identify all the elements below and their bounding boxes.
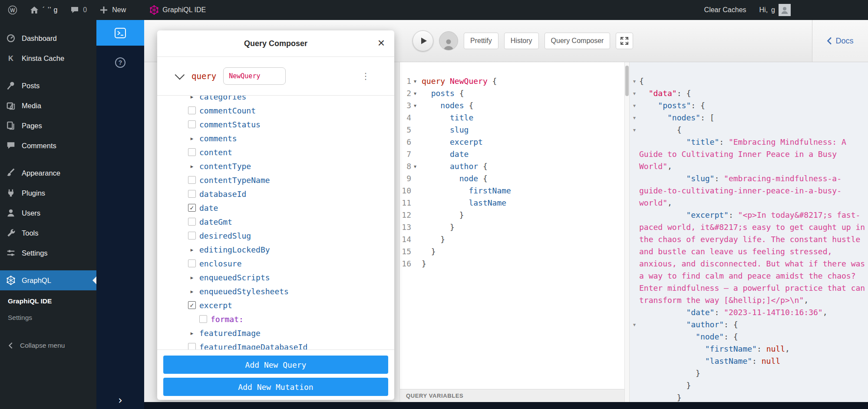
wordpress-menu[interactable]: W	[8, 5, 17, 15]
fold-arrow-icon[interactable]: ▾	[411, 87, 419, 100]
checkbox-box	[188, 106, 196, 114]
field-row-excerpt[interactable]: ✓excerpt	[188, 298, 394, 312]
line-number: 10	[400, 185, 411, 197]
prettify-button[interactable]: Prettify	[464, 33, 498, 49]
scrollbar-thumb[interactable]	[625, 66, 629, 96]
fold-arrow-icon[interactable]: ▾	[411, 75, 419, 87]
fold-arrow-icon[interactable]: ▾	[411, 160, 419, 173]
code-text: }	[419, 258, 426, 270]
field-checkbox[interactable]	[188, 259, 196, 267]
fold-gutter	[630, 379, 639, 392]
expand-arrow-icon[interactable]: ▸	[188, 288, 196, 295]
field-row-desiredslug[interactable]: desiredSlug	[188, 229, 394, 243]
field-checkbox[interactable]	[199, 315, 208, 323]
clear-caches-button[interactable]: Clear Caches	[704, 6, 746, 14]
chevron-down-icon[interactable]	[175, 70, 185, 80]
field-row-commentstatus[interactable]: commentStatus	[188, 117, 394, 131]
field-row-categories[interactable]: ▸categories	[188, 96, 394, 103]
fold-arrow-icon[interactable]: ▾	[630, 87, 639, 100]
fold-arrow-icon[interactable]: ▾	[630, 100, 639, 112]
my-account-menu[interactable]: Hi, g	[759, 4, 791, 16]
field-checkbox[interactable]	[188, 106, 196, 114]
fold-arrow-icon[interactable]: ▾	[630, 112, 639, 124]
new-menu[interactable]: New	[99, 5, 126, 15]
close-icon[interactable]: ×	[378, 36, 385, 50]
graphiql-ide-menu[interactable]: GraphiQL IDE	[149, 5, 206, 15]
field-checkbox[interactable]	[188, 120, 196, 128]
field-row-editinglockedby[interactable]: ▸editingLockedBy	[188, 243, 394, 256]
field-checkbox[interactable]	[188, 343, 196, 350]
comments-bubble[interactable]: 0	[70, 5, 87, 15]
home-icon	[30, 5, 39, 15]
field-row-featuredimagedatabaseid[interactable]: featuredImageDatabaseId	[188, 340, 394, 350]
field-row-commentcount[interactable]: commentCount	[188, 103, 394, 117]
field-checkbox[interactable]	[188, 176, 196, 184]
collapse-menu-button[interactable]: Collapse menu	[0, 337, 96, 354]
sidebar-item-plugins[interactable]: Plugins	[0, 183, 96, 203]
checkbox-box	[188, 259, 196, 267]
field-row-content[interactable]: content	[188, 145, 394, 159]
field-checkbox[interactable]	[188, 218, 196, 226]
sidebar-item-media[interactable]: Media	[0, 96, 96, 116]
sidebar-item-users[interactable]: Users	[0, 203, 96, 223]
fold-arrow-icon[interactable]: ▾	[411, 100, 419, 112]
field-row-comments[interactable]: ▸comments	[188, 131, 394, 145]
sidebar-item-comments[interactable]: Comments	[0, 136, 96, 156]
add-new-mutation-button[interactable]: Add New Mutation	[163, 378, 388, 396]
ide-terminal-tab[interactable]	[96, 20, 144, 46]
query-editor[interactable]: 1▾query NewQuery {2▾ posts {3▾ nodes {4 …	[399, 62, 624, 402]
expand-arrow-icon[interactable]: ▸	[188, 274, 196, 281]
fold-arrow-icon[interactable]: ▾	[630, 319, 639, 331]
sidebar-item-settings[interactable]: Settings	[0, 243, 96, 263]
submenu-item-settings[interactable]: Settings	[0, 309, 96, 326]
field-row-format[interactable]: format:	[188, 312, 394, 326]
ide-help-button[interactable]: ?	[96, 53, 144, 72]
result-line: "lastName": null	[630, 355, 868, 367]
sidebar-item-tools[interactable]: Tools	[0, 223, 96, 243]
field-row-enqueuedscripts[interactable]: ▸enqueuedScripts	[188, 270, 394, 284]
sidebar-item-kinsta-cache[interactable]: KKinsta Cache	[0, 48, 96, 68]
operation-name-input[interactable]	[223, 67, 286, 85]
execute-query-button[interactable]	[413, 30, 433, 51]
code-text: date	[419, 148, 469, 160]
fold-arrow-icon[interactable]: ▾	[630, 124, 639, 136]
site-link[interactable]: ´ ’’ g	[30, 5, 58, 15]
field-checkbox[interactable]: ✓	[188, 204, 196, 212]
add-new-query-button[interactable]: Add New Query	[163, 356, 388, 374]
field-checkbox[interactable]	[188, 148, 196, 156]
submenu-item-graphiql-ide[interactable]: GraphiQL IDE	[0, 293, 96, 309]
field-row-enclosure[interactable]: enclosure	[188, 256, 394, 270]
query-variables-bar[interactable]: QUERY VARIABLES	[400, 389, 624, 402]
field-row-featuredimage[interactable]: ▸featuredImage	[188, 326, 394, 340]
field-row-date[interactable]: ✓date	[188, 201, 394, 215]
field-row-databaseid[interactable]: databaseId	[188, 187, 394, 201]
query-composer-button[interactable]: Query Composer	[545, 33, 611, 49]
sidebar-item-posts[interactable]: Posts	[0, 76, 96, 96]
docs-tab[interactable]: Docs	[812, 20, 868, 62]
sidebar-item-graphql[interactable]: GraphQL	[0, 270, 96, 290]
field-checkbox[interactable]	[188, 190, 196, 198]
rail-expand-chevron[interactable]: ›	[96, 395, 144, 406]
expand-arrow-icon[interactable]: ▸	[188, 135, 196, 142]
sidebar-item-pages[interactable]: Pages	[0, 116, 96, 136]
sidebar-item-appearance[interactable]: Appearance	[0, 163, 96, 183]
history-button[interactable]: History	[504, 33, 539, 49]
kebab-menu-icon[interactable]: ⋮	[361, 71, 370, 81]
expand-arrow-icon[interactable]: ▸	[188, 96, 196, 100]
expand-arrow-icon[interactable]: ▸	[188, 246, 196, 253]
expand-arrow-glyph: ▸	[191, 246, 194, 253]
auth-avatar-button[interactable]	[439, 31, 458, 50]
fold-arrow-icon[interactable]: ▾	[630, 75, 639, 87]
field-checkbox[interactable]: ✓	[188, 301, 196, 309]
results-pane[interactable]: ▾{▾ "data": {▾ "posts": {▾ "nodes": [▾ {…	[630, 62, 868, 402]
sidebar-item-dashboard[interactable]: Dashboard	[0, 28, 96, 48]
fullscreen-button[interactable]	[616, 33, 633, 49]
expand-arrow-icon[interactable]: ▸	[188, 163, 196, 170]
field-checkbox[interactable]	[188, 232, 196, 239]
field-row-enqueuedstylesheets[interactable]: ▸enqueuedStylesheets	[188, 284, 394, 298]
field-row-dategmt[interactable]: dateGmt	[188, 215, 394, 229]
expand-arrow-icon[interactable]: ▸	[188, 330, 196, 336]
field-row-contenttypename[interactable]: contentTypeName	[188, 173, 394, 187]
editor-scrollbar[interactable]	[624, 62, 630, 402]
field-row-contenttype[interactable]: ▸contentType	[188, 159, 394, 173]
